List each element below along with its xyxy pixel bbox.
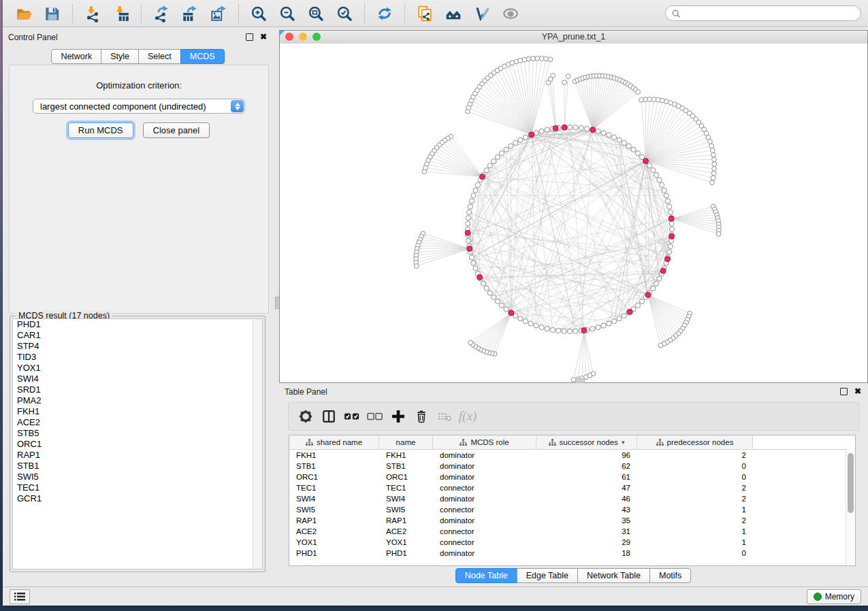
cell-MCDS-role[interactable]: dominator (433, 473, 536, 481)
graph-node[interactable] (654, 173, 658, 178)
cell-name[interactable]: FKH1 (379, 451, 433, 459)
deselect-all-icon[interactable] (364, 406, 387, 427)
graph-leaf-node[interactable] (712, 167, 717, 171)
cell-name[interactable]: ORC1 (379, 473, 433, 481)
mcds-hub-node[interactable] (477, 274, 483, 280)
graph-node[interactable] (469, 199, 474, 203)
graph-node[interactable] (534, 323, 539, 328)
save-icon[interactable] (42, 3, 63, 24)
graph-node[interactable] (617, 137, 622, 142)
cell-MCDS-role[interactable]: dominator (433, 516, 536, 525)
graph-node[interactable] (635, 303, 640, 308)
graph-node[interactable] (504, 307, 509, 312)
graph-node[interactable] (669, 221, 674, 226)
cell-successor-nodes[interactable]: 62 (536, 462, 637, 470)
tab-node-table[interactable]: Node Table (455, 568, 517, 583)
graph-node[interactable] (471, 193, 476, 198)
mcds-result-item[interactable]: SWI5 (13, 472, 262, 482)
graph-node[interactable] (467, 210, 472, 214)
graph-node[interactable] (484, 168, 489, 173)
graph-node[interactable] (484, 286, 489, 291)
graph-node[interactable] (471, 261, 476, 265)
mcds-hub-node[interactable] (590, 127, 596, 133)
cell-successor-nodes[interactable]: 96 (536, 451, 637, 459)
graph-node[interactable] (495, 299, 500, 303)
table-row[interactable]: TEC1TEC1connector472 (289, 482, 855, 493)
graph-node[interactable] (667, 250, 672, 254)
graph-node[interactable] (660, 182, 664, 187)
graph-node[interactable] (611, 319, 616, 324)
mcds-hub-node[interactable] (581, 328, 587, 333)
graph-node[interactable] (617, 316, 622, 321)
criterion-dropdown[interactable]: largest connected component (undirected) (33, 99, 245, 114)
hide-panel-eye-icon[interactable] (500, 3, 521, 24)
graph-node[interactable] (528, 321, 533, 326)
graph-node[interactable] (639, 299, 644, 303)
column-header-MCDS-role[interactable]: MCDS role (433, 435, 536, 449)
table-row[interactable]: SWI5SWI5connector431 (289, 504, 855, 515)
graph-leaf-node[interactable] (709, 144, 714, 148)
open-folder-icon[interactable] (14, 3, 34, 24)
cell-shared-name[interactable]: STB1 (289, 462, 379, 470)
export-table-icon[interactable] (180, 3, 200, 24)
graph-node[interactable] (596, 129, 600, 133)
graph-node[interactable] (601, 131, 606, 135)
mcds-result-item[interactable]: PHD1 (13, 319, 262, 330)
graph-leaf-node[interactable] (562, 80, 567, 85)
graph-leaf-node[interactable] (551, 73, 556, 78)
cell-predecessor-nodes[interactable]: 2 (637, 516, 753, 525)
mcds-hub-node[interactable] (669, 233, 675, 239)
cell-successor-nodes[interactable]: 29 (536, 538, 637, 546)
graph-leaf-node[interactable] (422, 169, 427, 174)
tab-style[interactable]: Style (101, 49, 139, 64)
graph-node[interactable] (622, 313, 626, 318)
graph-node[interactable] (579, 125, 583, 130)
graph-node[interactable] (651, 168, 656, 173)
graph-node[interactable] (487, 291, 492, 295)
cell-successor-nodes[interactable]: 47 (536, 484, 637, 492)
cell-predecessor-nodes[interactable]: 0 (637, 549, 753, 557)
import-network-icon[interactable] (82, 3, 103, 24)
cell-predecessor-nodes[interactable]: 2 (637, 495, 753, 503)
graph-node[interactable] (523, 319, 528, 324)
mcds-result-item[interactable]: CAR1 (13, 330, 262, 341)
graph-node[interactable] (466, 216, 470, 220)
mcds-result-item[interactable]: STB1 (13, 461, 262, 472)
import-table-icon[interactable] (111, 3, 131, 24)
graph-node[interactable] (475, 182, 480, 187)
graph-leaf-node[interactable] (544, 56, 549, 61)
mcds-result-item[interactable]: TEC1 (13, 482, 262, 493)
mcds-result-item[interactable]: TID3 (13, 352, 262, 363)
graph-node[interactable] (666, 199, 671, 203)
zoom-selected-icon[interactable] (334, 3, 355, 24)
graph-node[interactable] (631, 147, 636, 152)
cell-MCDS-role[interactable]: dominator (433, 495, 536, 503)
mcds-result-item[interactable]: STB5 (13, 428, 262, 439)
cell-name[interactable]: STB1 (379, 462, 433, 470)
graph-node[interactable] (567, 329, 572, 333)
cell-shared-name[interactable]: ACE2 (289, 527, 379, 535)
cell-name[interactable]: SWI5 (379, 506, 433, 514)
close-panel-icon[interactable]: ✖ (260, 34, 267, 40)
cell-predecessor-nodes[interactable]: 1 (637, 506, 753, 514)
graph-leaf-node[interactable] (548, 57, 553, 62)
graph-leaf-node[interactable] (531, 56, 536, 61)
run-mcds-button[interactable]: Run MCDS (68, 122, 133, 138)
cell-MCDS-role[interactable]: connector (433, 538, 536, 546)
graph-node[interactable] (573, 125, 578, 130)
cell-predecessor-nodes[interactable]: 0 (637, 462, 753, 470)
column-chooser-icon[interactable] (317, 406, 340, 427)
cell-successor-nodes[interactable]: 18 (536, 549, 637, 557)
graph-node[interactable] (664, 193, 669, 198)
graph-leaf-node[interactable] (636, 90, 641, 95)
graph-node[interactable] (590, 327, 595, 331)
table-row[interactable]: PHD1PHD1dominator180 (289, 548, 855, 559)
table-row[interactable]: YOX1YOX1connector291 (289, 537, 855, 548)
minimize-traffic-light[interactable] (299, 33, 307, 41)
tab-edge-table[interactable]: Edge Table (517, 568, 578, 583)
graph-node[interactable] (499, 303, 504, 308)
graph-node[interactable] (492, 295, 496, 299)
tab-select[interactable]: Select (138, 49, 181, 64)
graph-node[interactable] (473, 266, 478, 271)
export-image-icon[interactable] (208, 3, 229, 24)
